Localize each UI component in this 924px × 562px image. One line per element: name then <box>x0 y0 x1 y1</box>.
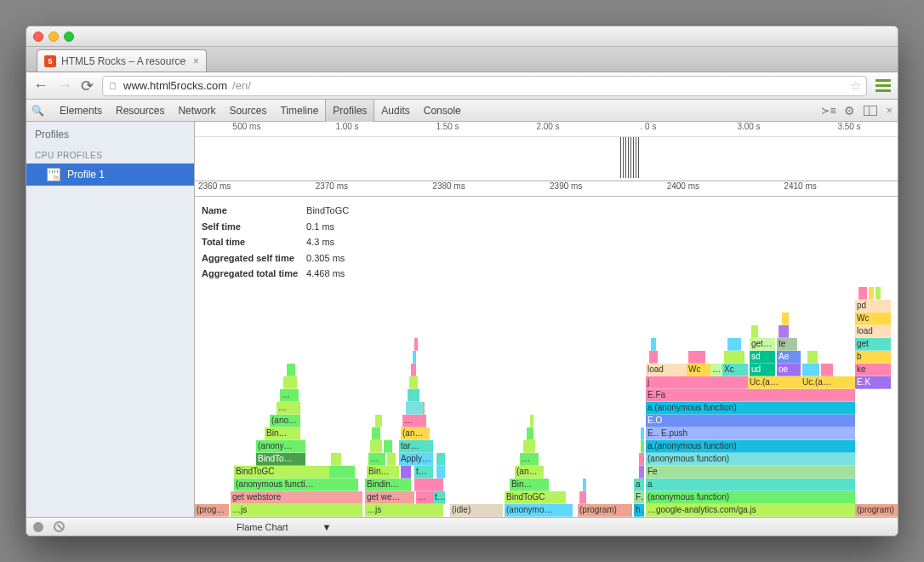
flame-frame[interactable]: a.(anonymous function) <box>646 402 855 415</box>
flame-frame[interactable]: Wc <box>687 364 710 376</box>
flame-frame[interactable] <box>375 415 382 427</box>
flame-frame[interactable] <box>523 440 535 453</box>
flame-frame[interactable]: get webstore <box>231 491 362 504</box>
flame-frame[interactable] <box>649 351 658 364</box>
flame-frame[interactable]: BindToGC <box>505 491 566 504</box>
flame-frame[interactable] <box>530 415 533 427</box>
flame-frame[interactable] <box>331 453 341 466</box>
flame-frame[interactable]: a <box>646 479 855 491</box>
flame-frame[interactable] <box>384 440 392 453</box>
profile-item[interactable]: Profile 1 <box>26 163 194 186</box>
inspect-icon[interactable]: 🔍 <box>31 105 44 117</box>
flame-frame[interactable]: (anonymous function) <box>646 453 855 466</box>
browser-tab[interactable]: 5 HTML5 Rocks – A resource × <box>37 49 207 72</box>
flame-frame[interactable] <box>639 466 644 479</box>
flame-frame[interactable]: h… <box>634 504 644 517</box>
flame-frame[interactable]: Wc <box>855 313 891 325</box>
flame-frame[interactable] <box>876 287 881 300</box>
flame-frame[interactable]: (an… <box>515 466 544 479</box>
dock-side-icon[interactable] <box>864 106 877 116</box>
flame-frame[interactable]: (anonymous functi… <box>234 479 358 491</box>
traffic-zoom-icon[interactable] <box>64 32 74 42</box>
devtools-tab-elements[interactable]: Elements <box>53 100 109 122</box>
url-input[interactable]: 🗋 www.html5rocks.com/en/ ☆ <box>102 76 867 96</box>
back-button[interactable]: ← <box>33 77 48 95</box>
flame-frame[interactable]: (program) <box>578 504 632 517</box>
flame-frame[interactable]: ke <box>855 364 891 376</box>
flame-frame[interactable]: …js <box>231 504 362 517</box>
flame-frame[interactable] <box>329 466 355 479</box>
flame-frame[interactable] <box>807 351 818 364</box>
flame-frame[interactable]: E.K <box>855 376 891 389</box>
flame-frame[interactable] <box>287 364 295 376</box>
flame-frame[interactable]: … <box>416 491 433 504</box>
flame-frame[interactable]: BindTo… <box>256 453 305 466</box>
flame-frame[interactable]: pd <box>855 300 891 313</box>
flame-frame[interactable]: (prog… <box>195 504 229 517</box>
flame-frame[interactable] <box>724 351 744 364</box>
flame-frame[interactable] <box>802 364 819 376</box>
settings-icon[interactable]: ⚙ <box>844 104 855 118</box>
view-selector[interactable]: Flame Chart ▼ <box>237 522 331 532</box>
flame-frame[interactable] <box>651 338 656 351</box>
flame-frame[interactable]: te <box>777 338 797 351</box>
flame-frame[interactable]: E… <box>646 427 659 440</box>
flame-frame[interactable]: Fe <box>646 466 855 479</box>
flame-frame[interactable]: Ae <box>777 351 801 364</box>
flame-frame[interactable] <box>436 453 445 466</box>
flame-frame[interactable]: Fe <box>634 491 644 504</box>
bookmark-icon[interactable]: ☆ <box>850 78 861 94</box>
flame-frame[interactable]: …js <box>365 504 443 517</box>
flame-frame[interactable] <box>401 466 411 479</box>
flame-frame[interactable]: oe <box>777 364 801 376</box>
flame-frame[interactable]: Bindin… <box>365 479 411 491</box>
flame-frame[interactable] <box>751 325 758 338</box>
flame-frame[interactable]: Uc.(a… <box>748 376 801 389</box>
devtools-tab-network[interactable]: Network <box>171 100 222 122</box>
flame-frame[interactable]: … <box>402 415 426 427</box>
flame-frame[interactable] <box>821 364 833 376</box>
traffic-close-icon[interactable] <box>33 32 43 42</box>
flame-frame[interactable] <box>372 427 380 440</box>
flame-frame[interactable] <box>406 402 423 415</box>
devtools-tab-audits[interactable]: Audits <box>374 100 416 122</box>
flame-frame[interactable] <box>411 364 416 376</box>
flame-frame[interactable]: BindToGC <box>234 466 329 479</box>
flame-frame[interactable] <box>782 313 789 325</box>
flame-frame[interactable] <box>579 491 586 504</box>
devtools-tab-console[interactable]: Console <box>417 100 468 122</box>
flame-frame[interactable]: ud <box>750 364 775 376</box>
clear-button[interactable] <box>54 521 65 532</box>
flame-frame[interactable]: Bin… <box>265 427 300 440</box>
devtools-tab-sources[interactable]: Sources <box>222 100 273 122</box>
flame-frame[interactable]: load <box>855 325 891 338</box>
flame-frame[interactable] <box>858 287 867 300</box>
flame-frame[interactable]: a <box>634 479 644 491</box>
flame-frame[interactable] <box>688 351 705 364</box>
flame-frame[interactable]: (anony… <box>256 440 305 453</box>
flame-frame[interactable] <box>413 351 416 364</box>
flame-frame[interactable] <box>408 389 419 402</box>
flame-frame[interactable]: (anonymo… <box>505 504 573 517</box>
flame-frame[interactable]: tar… <box>399 440 433 453</box>
flame-frame[interactable] <box>639 453 644 466</box>
flame-frame[interactable]: ta… <box>433 491 445 504</box>
flame-frame[interactable]: a.(anonymous function) <box>646 440 855 453</box>
flame-frame[interactable] <box>409 376 418 389</box>
flame-frame[interactable]: Apply… <box>399 453 433 466</box>
flame-frame[interactable]: E.push <box>659 427 855 440</box>
flame-frame[interactable] <box>641 427 644 440</box>
flame-frame[interactable]: (program) <box>855 504 898 517</box>
drawer-toggle-icon[interactable]: ≻≡ <box>821 105 836 117</box>
flame-frame[interactable]: (idle) <box>450 504 503 517</box>
flame-frame[interactable]: … <box>520 453 539 466</box>
flame-frame[interactable] <box>387 453 396 466</box>
flame-chart[interactable]: NameBindToGCSelf time0.1 msTotal time4.3… <box>195 197 898 517</box>
overview-timeline[interactable]: 500 ms1.00 s1.50 s2.00 s. 0 s3.00 s3.50 … <box>195 122 898 181</box>
flame-frame[interactable]: j <box>646 376 748 389</box>
flame-frame[interactable] <box>641 440 644 453</box>
flame-frame[interactable]: sd <box>750 351 775 364</box>
flame-frame[interactable] <box>283 376 297 389</box>
flame-frame[interactable]: get … <box>750 338 775 351</box>
flame-frame[interactable]: get we… <box>365 491 414 504</box>
